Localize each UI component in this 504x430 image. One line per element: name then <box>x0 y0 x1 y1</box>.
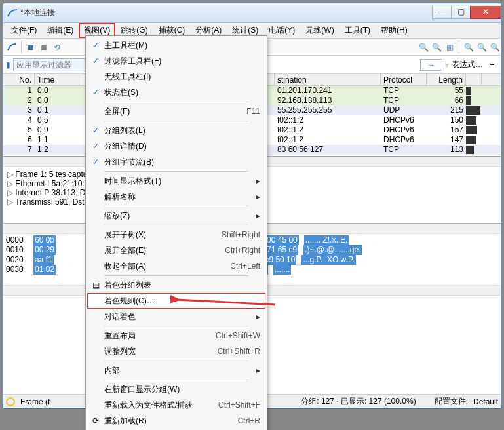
menu-statusbar[interactable]: ✓状态栏(S) <box>87 85 265 100</box>
menu-packet-details[interactable]: ✓分组详情(D) <box>87 138 265 154</box>
capture-icon[interactable]: ◼ <box>25 41 37 53</box>
zoom2-icon[interactable]: 🔍 <box>476 41 488 53</box>
col-dest[interactable]: stination <box>275 74 381 85</box>
menu-expand-subtree[interactable]: 展开子树(X)Shift+Right <box>87 227 265 243</box>
menu-reload[interactable]: ⟳重新加载(R)Ctrl+R <box>87 413 265 429</box>
menu-fullscreen[interactable]: 全屏(F)F11 <box>87 104 265 119</box>
menu-resize-cols[interactable]: 调整列宽Ctrl+Shift+R <box>87 343 265 359</box>
zoom-in-icon[interactable]: 🔍 <box>417 41 429 53</box>
menu-tools[interactable]: 工具(T) <box>339 23 376 38</box>
menu-wireless-toolbar[interactable]: 无线工具栏(I) <box>87 69 265 85</box>
menu-reload-as[interactable]: 重新载入为文件格式/捕获Ctrl+Shift+F <box>87 397 265 413</box>
restart-icon[interactable]: ⟲ <box>51 41 63 53</box>
reload-icon: ⟳ <box>87 416 104 425</box>
menu-expand-all[interactable]: 展开全部(E)Ctrl+Right <box>87 243 265 258</box>
close-button[interactable]: ✕ <box>470 6 501 19</box>
menu-help[interactable]: 帮助(H) <box>376 23 413 38</box>
window-title: *本地连接 <box>20 7 55 18</box>
bookmark-icon[interactable]: ▮ <box>6 60 10 69</box>
add-filter-icon[interactable]: + <box>486 60 498 69</box>
titlebar: *本地连接 — ▢ ✕ <box>3 3 501 23</box>
minimize-button[interactable]: — <box>432 6 452 19</box>
menu-internals[interactable]: 内部▸ <box>87 362 265 378</box>
col-length[interactable]: Length <box>427 74 466 85</box>
profile-name[interactable]: Default <box>473 397 498 406</box>
menu-zoom[interactable]: 缩放(Z)▸ <box>87 208 265 224</box>
status-frame: Frame (f <box>20 397 50 406</box>
colorize-icon: ▤ <box>87 281 104 290</box>
expression-button[interactable]: 表达式… <box>452 59 483 70</box>
menu-filter-toolbar[interactable]: ✓过滤器工具栏(F) <box>87 53 265 69</box>
menu-wireless[interactable]: 无线(W) <box>300 23 339 38</box>
menu-colorize-list[interactable]: ▤着色分组列表 <box>87 277 265 293</box>
col-no[interactable]: No. <box>3 74 35 85</box>
menu-coloring-rules[interactable]: 着色规则(C)… <box>87 293 265 309</box>
menu-main-toolbar[interactable]: ✓主工具栏(M) <box>87 37 265 53</box>
zoom1-icon[interactable]: 🔍 <box>463 41 475 53</box>
view-menu-dropdown: ✓主工具栏(M) ✓过滤器工具栏(F) 无线工具栏(I) ✓状态栏(S) 全屏(… <box>85 35 267 430</box>
menu-show-in-new[interactable]: 在新窗口显示分组(W) <box>87 381 265 397</box>
app-icon <box>7 8 18 18</box>
stop-icon[interactable]: ◼ <box>38 41 50 53</box>
menu-packet-list[interactable]: ✓分组列表(L) <box>87 123 265 138</box>
maximize-button[interactable]: ▢ <box>451 6 471 19</box>
fin-icon[interactable] <box>6 41 18 53</box>
menu-time-format[interactable]: 时间显示格式(T)▸ <box>87 173 265 189</box>
menu-edit[interactable]: 编辑(E) <box>42 23 79 38</box>
menu-telephony[interactable]: 电话(Y) <box>263 23 300 38</box>
menu-file[interactable]: 文件(F) <box>6 23 42 38</box>
menu-colorize-convo[interactable]: 对话着色▸ <box>87 309 265 324</box>
expert-icon[interactable] <box>6 397 15 406</box>
profile-label: 配置文件: <box>435 396 468 407</box>
menu-collapse-all[interactable]: 收起全部(A)Ctrl+Left <box>87 258 265 274</box>
zoom3-icon[interactable]: 🔍 <box>489 41 501 53</box>
columns-icon[interactable]: ▥ <box>444 41 456 53</box>
apply-icon[interactable]: → <box>420 59 442 71</box>
menu-resolve[interactable]: 解析名称▸ <box>87 189 265 205</box>
col-proto[interactable]: Protocol <box>381 74 427 85</box>
status-packets: 分组: 127 · 已显示: 127 (100.0%) <box>301 396 416 407</box>
col-time[interactable]: Time <box>35 74 79 85</box>
menu-reset-layout[interactable]: 重置布局Ctrl+Shift+W <box>87 328 265 343</box>
menu-packet-bytes[interactable]: ✓分组字节流(B) <box>87 154 265 170</box>
zoom-out-icon[interactable]: 🔍 <box>431 41 442 53</box>
